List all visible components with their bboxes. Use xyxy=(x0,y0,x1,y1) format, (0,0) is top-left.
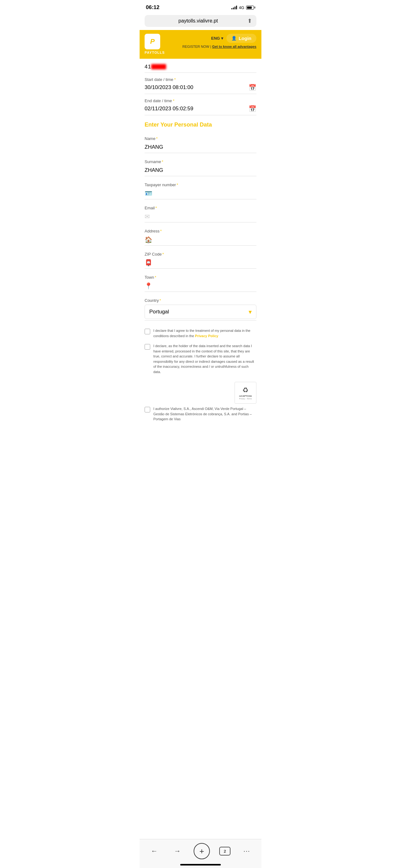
end-date-group: End date / time* 02/11/2023 05:02:59 📅 xyxy=(144,94,257,115)
logo-icon: P xyxy=(144,34,160,50)
start-date-label: Start date / time* xyxy=(144,77,257,82)
town-input-row: 📍 xyxy=(144,281,257,290)
login-button[interactable]: 👤 Login xyxy=(226,34,257,43)
share-icon[interactable]: ⬆ xyxy=(247,18,252,24)
logo-text: PAYTOLLS xyxy=(144,51,165,54)
person-icon: 👤 xyxy=(231,36,237,41)
checkbox-1[interactable] xyxy=(144,329,150,334)
name-input[interactable] xyxy=(144,143,257,152)
zip-field: ZIP Code* 📮 xyxy=(144,248,257,269)
plate-blurred: ●●●● xyxy=(151,64,166,69)
logo-area: P PAYTOLLS xyxy=(144,34,165,54)
url-bar[interactable]: paytolls.vialivre.pt ⬆ xyxy=(144,15,257,27)
zip-icon: 📮 xyxy=(144,259,153,267)
location-icon: 📍 xyxy=(144,282,153,290)
checkbox-item-1: I declare that I agree to the treatment … xyxy=(144,328,257,338)
surname-label: Surname* xyxy=(144,159,257,164)
checkbox-section: I declare that I agree to the treatment … xyxy=(144,323,257,432)
chevron-down-icon: ▾ xyxy=(221,36,223,41)
surname-input[interactable] xyxy=(144,166,257,175)
zip-input[interactable] xyxy=(156,258,257,267)
url-text: paytolls.vialivre.pt xyxy=(149,18,247,24)
home-icon: 🏠 xyxy=(144,236,153,243)
chevron-down-icon: ▾ xyxy=(248,308,252,316)
recaptcha-area: ♻ reCAPTCHA Privacy - Terms xyxy=(144,379,257,406)
email-label: Email* xyxy=(144,206,257,210)
checkbox-3[interactable] xyxy=(144,407,150,412)
taxpayer-input[interactable] xyxy=(156,189,257,198)
register-link[interactable]: Get to know all advantages xyxy=(212,45,257,49)
town-input[interactable] xyxy=(156,281,257,290)
recaptcha-subtext: Privacy - Terms xyxy=(239,398,252,400)
network-label: 4G xyxy=(239,5,244,10)
town-field: Town* 📍 xyxy=(144,271,257,292)
login-label: Login xyxy=(239,36,252,41)
personal-data-title: Enter Your Personal Data xyxy=(144,115,257,132)
address-label: Address* xyxy=(144,229,257,234)
email-field: Email* ✉ xyxy=(144,202,257,222)
taxpayer-label: Taxpayer number* xyxy=(144,183,257,187)
plate-section: 41●●●● xyxy=(144,59,257,73)
address-input[interactable] xyxy=(156,235,257,244)
email-icon: ✉ xyxy=(144,213,150,220)
end-date-row: 02/11/2023 05:02:59 📅 xyxy=(144,105,257,113)
logo-symbol: P xyxy=(150,37,155,45)
checkbox-2-text: I declare, as the holder of the data ins… xyxy=(153,343,257,374)
checkbox-item-2: I declare, as the holder of the data ins… xyxy=(144,343,257,374)
end-date-label: End date / time* xyxy=(144,98,257,103)
status-bar: 06:12 4G xyxy=(140,0,261,13)
address-field: Address* 🏠 xyxy=(144,225,257,246)
end-date-value: 02/11/2023 05:02:59 xyxy=(144,105,193,112)
zip-label: ZIP Code* xyxy=(144,252,257,256)
country-label: Country* xyxy=(144,298,257,303)
main-content: 41●●●● Start date / time* 30/10/2023 08:… xyxy=(140,59,261,463)
country-field: Country* Portugal ▾ xyxy=(144,294,257,320)
zip-input-row: 📮 xyxy=(144,258,257,267)
recaptcha-icon: ♻ xyxy=(242,386,248,394)
name-label: Name* xyxy=(144,136,257,141)
country-value: Portugal xyxy=(149,309,169,315)
id-card-icon: 🪪 xyxy=(144,190,153,197)
header-banner: P PAYTOLLS ENG ▾ 👤 Login REGISTER NOW | … xyxy=(140,30,261,59)
privacy-policy-link[interactable]: Privacy Policy xyxy=(195,334,218,338)
email-input[interactable] xyxy=(153,212,257,221)
checkbox-1-text: I declare that I agree to the treatment … xyxy=(153,328,257,338)
town-label: Town* xyxy=(144,275,257,280)
recaptcha-label: reCAPTCHA xyxy=(239,395,252,397)
register-text: REGISTER NOW xyxy=(182,45,209,49)
recaptcha-badge: ♻ reCAPTCHA Privacy - Terms xyxy=(235,382,257,404)
checkbox-2[interactable] xyxy=(144,344,150,350)
header-right: ENG ▾ 👤 Login REGISTER NOW | Get to know… xyxy=(182,34,257,49)
calendar-end-icon[interactable]: 📅 xyxy=(248,105,257,113)
battery-icon xyxy=(246,6,255,10)
surname-field: Surname* xyxy=(144,156,257,176)
checkbox-3-text: I authorize Vialivre, S.A., Ascendi O&M,… xyxy=(153,406,257,422)
register-row: REGISTER NOW | Get to know all advantage… xyxy=(182,45,257,49)
country-select[interactable]: Portugal ▾ xyxy=(144,305,257,319)
taxpayer-input-row: 🪪 xyxy=(144,189,257,198)
signal-icon xyxy=(231,6,237,9)
address-input-row: 🏠 xyxy=(144,235,257,244)
status-time: 06:12 xyxy=(146,4,159,11)
start-date-group: Start date / time* 30/10/2023 08:01:00 📅 xyxy=(144,73,257,94)
checkbox-item-3: I authorize Vialivre, S.A., Ascendi O&M,… xyxy=(144,406,257,422)
email-input-row: ✉ xyxy=(144,212,257,221)
lang-label: ENG xyxy=(211,36,220,41)
plate-value: 41●●●● xyxy=(144,64,166,70)
url-bar-container: paytolls.vialivre.pt ⬆ xyxy=(140,13,261,30)
start-date-row: 30/10/2023 08:01:00 📅 xyxy=(144,84,257,91)
status-icons: 4G xyxy=(231,5,255,10)
lang-selector[interactable]: ENG ▾ xyxy=(211,36,223,41)
start-date-value: 30/10/2023 08:01:00 xyxy=(144,84,193,91)
taxpayer-field: Taxpayer number* 🪪 xyxy=(144,179,257,199)
name-field: Name* xyxy=(144,132,257,153)
calendar-icon[interactable]: 📅 xyxy=(248,84,257,91)
